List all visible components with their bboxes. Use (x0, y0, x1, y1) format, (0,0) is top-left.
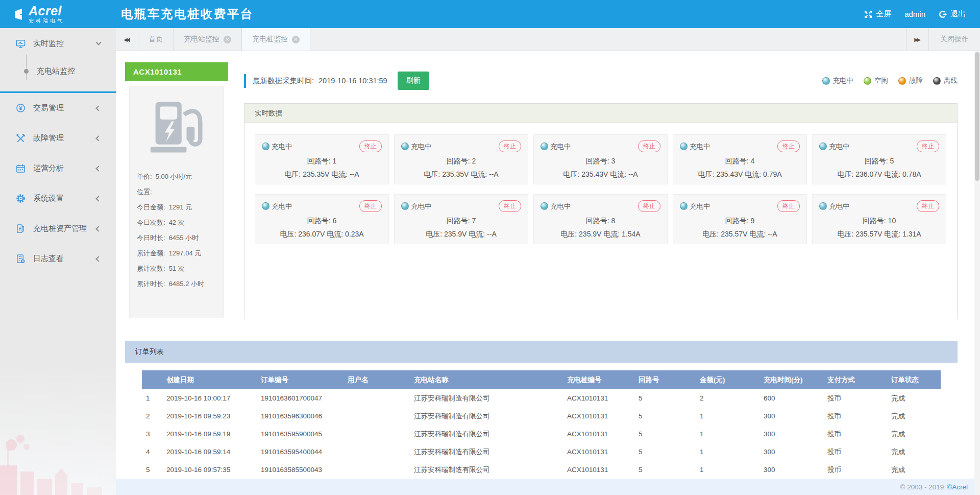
chevron-down-icon (95, 39, 101, 45)
tab-bar: ◀◀ 首页充电站监控×充电桩监控× ▶▶ 关闭操作 (116, 28, 980, 51)
table-cell: 完成 (887, 407, 941, 425)
terminate-button[interactable]: 终止 (499, 200, 521, 212)
sidebar-item-交易管理[interactable]: 交易管理 (0, 93, 116, 123)
stat-label: 今日金额: (137, 203, 165, 212)
col-回路号: 回路号 (634, 370, 696, 389)
circuit-status: 充电中 (541, 202, 571, 211)
table-cell: 5 (634, 389, 696, 407)
circuit-status: 充电中 (401, 202, 432, 211)
circuit-card: 充电中终止回路号: 8电压: 235.9V 电流: 1.54A (533, 194, 668, 244)
tab-首页[interactable]: 首页 (138, 28, 174, 51)
sidebar-item-label: 日志查看 (33, 254, 64, 264)
scrollbar-thumb[interactable] (975, 52, 979, 181)
tab-close-icon[interactable]: × (224, 36, 231, 43)
table-cell (344, 407, 410, 425)
circuit-status: 充电中 (401, 142, 432, 151)
table-cell (344, 425, 410, 443)
col-创建日期: 创建日期 (162, 370, 257, 389)
table-cell: 5 (634, 443, 696, 461)
fault-icon (15, 133, 26, 144)
table-cell: 江苏安科瑞制造有限公司 (410, 389, 563, 407)
user-menu[interactable]: admin (904, 10, 925, 18)
stat-label: 今日次数: (137, 218, 165, 227)
table-cell: 1 (142, 389, 162, 407)
table-cell: 1910163601700047 (257, 389, 344, 407)
table-cell: 投币 (823, 389, 887, 407)
table-cell: 江苏安科瑞制造有限公司 (410, 443, 563, 461)
sidebar-item-运营分析[interactable]: 运营分析 (0, 153, 116, 183)
tab-充电桩监控[interactable]: 充电桩监控× (242, 28, 310, 51)
top-header: Acrel 安科瑞电气 电瓶车充电桩收费平台 全屏 admin (0, 0, 980, 28)
col-充电时间(分): 充电时间(分) (760, 370, 823, 389)
circuit-card: 充电中终止回路号: 10电压: 235.57V 电流: 1.31A (812, 194, 946, 244)
table-cell: ACX1010131 (563, 461, 634, 479)
calendar-icon (15, 163, 26, 174)
tab-充电站监控[interactable]: 充电站监控× (174, 28, 242, 51)
circuit-voltage-current: 电压: 235.43V 电流: --A (541, 170, 660, 179)
collect-time-label: 最新数据采集时间: (253, 76, 314, 86)
stat-line: 累计时长:6485.2 小时 (137, 279, 216, 289)
logout-button[interactable]: 退出 (939, 9, 966, 19)
charging-status-icon (401, 202, 409, 210)
orders-table-header-row: 创建日期订单编号用户名充电站名称充电桩编号回路号金额(元)充电时间(分)支付方式… (142, 370, 941, 389)
circuit-status-label: 充电中 (411, 142, 432, 151)
sidebar-item-故障管理[interactable]: 故障管理 (0, 123, 116, 153)
log-icon (15, 254, 26, 264)
terminate-button[interactable]: 终止 (638, 140, 660, 152)
table-cell: 2019-10-16 10:00:17 (162, 389, 257, 407)
stat-value: 5.00 小时/元 (156, 172, 192, 181)
chevron-left-icon (95, 226, 101, 231)
terminate-button[interactable]: 终止 (917, 200, 939, 212)
footer-brand-link[interactable]: ©Acrel (947, 483, 968, 491)
terminate-button[interactable]: 终止 (777, 200, 800, 212)
sidebar-item-日志查看[interactable]: 日志查看 (0, 244, 116, 274)
terminate-button[interactable]: 终止 (917, 140, 939, 152)
tabs-scroll-right-button[interactable]: ▶▶ (906, 28, 928, 51)
table-cell (344, 461, 410, 479)
close-operations-button[interactable]: 关闭操作 (928, 28, 980, 51)
accent-bar (244, 74, 246, 88)
realtime-data-panel: 实时数据 充电中终止回路号: 1电压: 235.35V 电流: --A充电中终止… (244, 103, 958, 319)
refresh-button[interactable]: 刷新 (398, 72, 429, 90)
submenu-dot-icon (24, 69, 29, 74)
terminate-button[interactable]: 终止 (777, 140, 800, 152)
fullscreen-button[interactable]: 全屏 (864, 9, 891, 19)
logout-icon (939, 10, 947, 18)
table-cell: 2019-10-16 09:57:35 (162, 461, 257, 479)
app-window: Acrel 安科瑞电气 电瓶车充电桩收费平台 全屏 admin (0, 0, 980, 495)
circuit-status-label: 充电中 (829, 142, 850, 151)
tabs-scroll-left-button[interactable]: ◀◀ (116, 28, 138, 51)
terminate-button[interactable]: 终止 (359, 140, 382, 152)
table-cell: 投币 (823, 443, 887, 461)
stat-value: 1297.04 元 (169, 249, 202, 258)
terminate-button[interactable]: 终止 (499, 140, 521, 152)
chevron-left-icon (95, 196, 101, 201)
table-cell: 5 (634, 425, 696, 443)
sidebar-item-系统设置[interactable]: 系统设置 (0, 183, 116, 214)
stat-line: 累计金额:1297.04 元 (137, 249, 216, 258)
table-row: 12019-10-16 10:00:171910163601700047江苏安科… (142, 389, 941, 407)
page-scrollbar (974, 51, 980, 495)
logout-label: 退出 (950, 9, 966, 19)
pile-icon (15, 224, 26, 234)
stat-label: 位置: (137, 187, 152, 197)
stat-line: 位置: (137, 187, 216, 197)
sidebar-item-实时监控[interactable]: 实时监控 (0, 28, 116, 59)
terminate-button[interactable]: 终止 (359, 200, 382, 212)
stat-line: 累计次数:51 次 (137, 264, 216, 273)
tab-close-icon[interactable]: × (292, 36, 300, 43)
sidebar-subitem-充电站监控[interactable]: 充电站监控 (0, 60, 116, 82)
double-left-arrow-icon: ◀◀ (124, 37, 128, 42)
legend-label: 故障 (909, 76, 923, 85)
circuit-status: 充电中 (680, 142, 710, 151)
stat-value: 1291 元 (169, 203, 192, 212)
sidebar-item-充电桩资产管理[interactable]: 充电桩资产管理 (0, 214, 116, 244)
circuit-voltage-current: 电压: 235.35V 电流: --A (262, 170, 382, 179)
terminate-button[interactable]: 终止 (638, 200, 660, 212)
stat-label: 累计时长: (137, 279, 165, 289)
table-cell: 300 (760, 425, 823, 443)
sidebar-item-label: 运营分析 (33, 163, 64, 173)
legend-label: 离线 (944, 76, 958, 85)
page-title: 电瓶车充电桩收费平台 (121, 6, 254, 22)
monitor-icon (15, 38, 26, 49)
